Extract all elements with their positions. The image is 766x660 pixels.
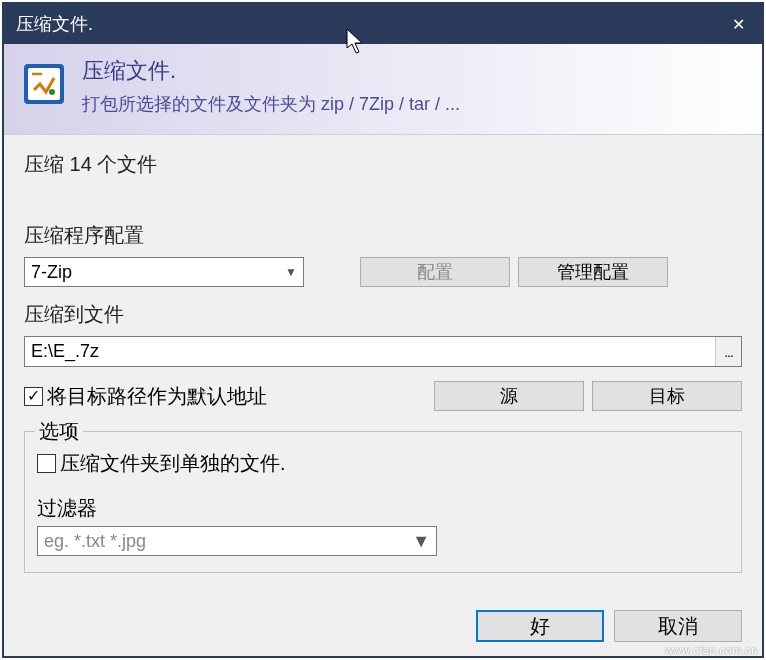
- per-folder-label: 压缩文件夹到单独的文件.: [60, 450, 286, 477]
- dialog-window: 压缩文件. ✕ 压缩文件. 打包所选择的文件及文件夹为 zip / 7Zip /…: [2, 2, 764, 658]
- dialog-body: 压缩 14 个文件 压缩程序配置 7-Zip ▼ 配置 管理配置 压缩到文件 .…: [4, 135, 762, 600]
- browse-button[interactable]: ...: [715, 337, 741, 366]
- chevron-down-icon: ▼: [412, 531, 430, 552]
- target-button[interactable]: 目标: [592, 381, 742, 411]
- dialog-footer: 好 取消: [4, 600, 762, 656]
- options-legend: 选项: [35, 418, 83, 445]
- close-button[interactable]: ✕: [714, 4, 762, 44]
- header-subtitle: 打包所选择的文件及文件夹为 zip / 7Zip / tar / ...: [82, 92, 460, 116]
- destination-path-input[interactable]: [25, 337, 715, 366]
- destination-label: 压缩到文件: [24, 301, 742, 328]
- file-count-info: 压缩 14 个文件: [24, 151, 742, 178]
- svg-point-2: [49, 89, 55, 95]
- ok-button[interactable]: 好: [476, 610, 604, 642]
- cancel-button[interactable]: 取消: [614, 610, 742, 642]
- chevron-down-icon: ▼: [285, 265, 297, 279]
- watermark: www.cfan.com.cn: [665, 644, 758, 656]
- filter-combobox[interactable]: eg. *.txt *.jpg ▼: [37, 526, 437, 556]
- header-title: 压缩文件.: [82, 56, 460, 86]
- per-folder-checkbox[interactable]: [37, 454, 56, 473]
- header-text-block: 压缩文件. 打包所选择的文件及文件夹为 zip / 7Zip / tar / .…: [82, 56, 460, 116]
- profile-label: 压缩程序配置: [24, 222, 742, 249]
- manage-profiles-button[interactable]: 管理配置: [518, 257, 668, 287]
- header-band: 压缩文件. 打包所选择的文件及文件夹为 zip / 7Zip / tar / .…: [4, 44, 762, 135]
- configure-button[interactable]: 配置: [360, 257, 510, 287]
- filter-placeholder: eg. *.txt *.jpg: [44, 531, 146, 552]
- archive-icon: [20, 60, 68, 108]
- titlebar: 压缩文件. ✕: [4, 4, 762, 44]
- filter-label: 过滤器: [37, 495, 729, 522]
- destination-path-row: ...: [24, 336, 742, 367]
- source-button[interactable]: 源: [434, 381, 584, 411]
- window-title: 压缩文件.: [16, 12, 714, 36]
- default-path-label: 将目标路径作为默认地址: [47, 383, 267, 410]
- profile-select[interactable]: 7-Zip ▼: [24, 257, 304, 287]
- default-path-checkbox[interactable]: ✓: [24, 387, 43, 406]
- profile-select-value: 7-Zip: [31, 262, 72, 283]
- options-fieldset: 选项 压缩文件夹到单独的文件. 过滤器 eg. *.txt *.jpg ▼: [24, 431, 742, 573]
